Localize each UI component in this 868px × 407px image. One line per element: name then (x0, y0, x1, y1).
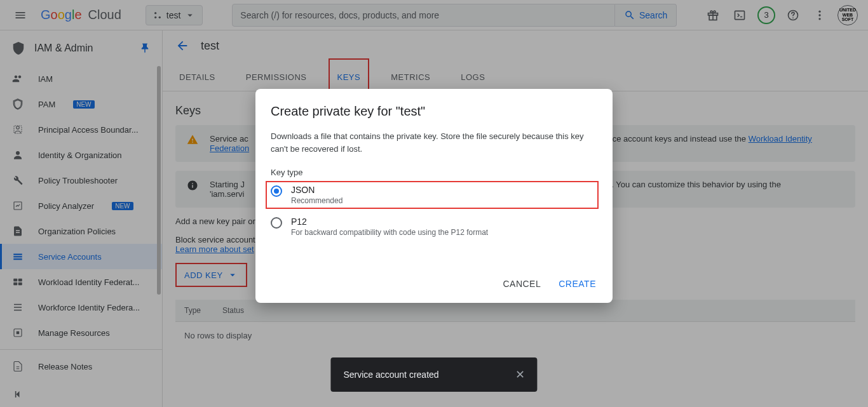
create-key-modal: Create private key for "test" Downloads … (255, 89, 613, 303)
radio-label: JSON (291, 185, 342, 195)
key-type-radio-group: JSONRecommendedP12For backward compatibi… (271, 182, 597, 237)
modal-actions: CANCEL CREATE (271, 275, 597, 293)
radio-option-json[interactable]: JSONRecommended (267, 182, 597, 208)
radio-hint: Recommended (291, 196, 342, 205)
cancel-button[interactable]: CANCEL (501, 275, 542, 293)
radio-hint: For backward compatibility with code usi… (291, 228, 488, 237)
radio-icon (271, 217, 282, 229)
radio-option-p12[interactable]: P12For backward compatibility with code … (271, 217, 597, 237)
modal-title: Create private key for "test" (271, 104, 597, 119)
create-button[interactable]: CREATE (557, 275, 597, 293)
modal-description: Downloads a file that contains the priva… (271, 130, 597, 155)
toast-close-icon[interactable]: ✕ (515, 368, 525, 382)
radio-icon (271, 185, 282, 197)
key-type-label: Key type (271, 168, 597, 177)
toast-message: Service account created (343, 370, 438, 380)
toast: Service account created ✕ (330, 357, 537, 392)
radio-label: P12 (291, 217, 488, 227)
